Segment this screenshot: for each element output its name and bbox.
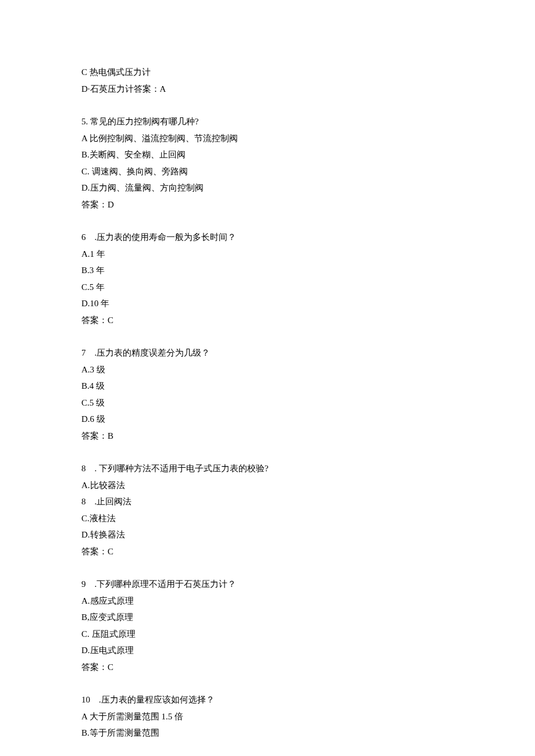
- text-line: B.关断阀、安全糊、止回阀: [81, 146, 454, 163]
- text-line: C 热电偶式压力计: [81, 64, 454, 81]
- text-line: 6 .压力表的使用寿命一般为多长时间？: [81, 229, 454, 246]
- text-line: D·石英压力计答案：A: [81, 81, 454, 98]
- text-line: A 大于所需测量范围 1.5 倍: [81, 708, 454, 725]
- text-block: C 热电偶式压力计D·石英压力计答案：A: [81, 64, 454, 97]
- text-line: C. 压阻式原理: [81, 626, 454, 643]
- text-line: D.6 级: [81, 411, 454, 428]
- text-block: 7 .压力表的精度误差分为几级？A.3 级B.4 级C.5 级D.6 级答案：B: [81, 345, 454, 444]
- text-line: 答案：B: [81, 428, 454, 445]
- text-line: C.液柱法: [81, 510, 454, 527]
- text-block: 10 .压力表的量程应该如何选择？A 大于所需测量范围 1.5 倍B.等于所需测…: [81, 691, 454, 741]
- text-line: 5. 常见的压力控制阀有哪几种?: [81, 113, 454, 130]
- text-line: 答案：C: [81, 312, 454, 329]
- text-line: A.比较器法: [81, 477, 454, 494]
- text-line: D.压力阀、流量阀、方向控制阀: [81, 180, 454, 196]
- text-line: B.等于所需测量范围: [81, 725, 454, 741]
- text-line: 答案：C: [81, 659, 454, 676]
- text-line: D.转换器法: [81, 526, 454, 543]
- text-line: D.压电式原理: [81, 642, 454, 659]
- text-line: 10 .压力表的量程应该如何选择？: [81, 691, 454, 708]
- text-line: 8 . 下列哪种方法不适用于电子式压力表的校验?: [81, 460, 454, 477]
- text-block: 9 .下列哪种原理不适用于石英压力计？A.感应式原理B,应变式原理C. 压阻式原…: [81, 576, 454, 675]
- text-block: 6 .压力表的使用寿命一般为多长时间？A.1 年B.3 年C.5 年D.10 年…: [81, 229, 454, 328]
- text-block: 5. 常见的压力控制阀有哪几种?A 比例控制阀、溢流控制阀、节流控制阀B.关断阀…: [81, 113, 454, 213]
- text-line: D.10 年: [81, 295, 454, 312]
- text-line: B.4 级: [81, 378, 454, 395]
- text-line: 答案：C: [81, 543, 454, 560]
- document-page: C 热电偶式压力计D·石英压力计答案：A5. 常见的压力控制阀有哪几种?A 比例…: [0, 0, 535, 756]
- text-line: C. 调速阀、换向阀、旁路阀: [81, 163, 454, 180]
- text-block: 8 . 下列哪种方法不适用于电子式压力表的校验?A.比较器法8 .止回阀法C.液…: [81, 460, 454, 560]
- text-line: 7 .压力表的精度误差分为几级？: [81, 345, 454, 361]
- text-line: B,应变式原理: [81, 609, 454, 626]
- text-line: A.1 年: [81, 246, 454, 263]
- text-line: A.感应式原理: [81, 593, 454, 610]
- text-line: C.5 年: [81, 279, 454, 296]
- text-line: 9 .下列哪种原理不适用于石英压力计？: [81, 576, 454, 593]
- text-line: A 比例控制阀、溢流控制阀、节流控制阀: [81, 130, 454, 147]
- text-line: A.3 级: [81, 361, 454, 378]
- text-line: C.5 级: [81, 395, 454, 411]
- text-line: B.3 年: [81, 262, 454, 279]
- text-line: 答案：D: [81, 196, 454, 213]
- text-line: 8 .止回阀法: [81, 493, 454, 510]
